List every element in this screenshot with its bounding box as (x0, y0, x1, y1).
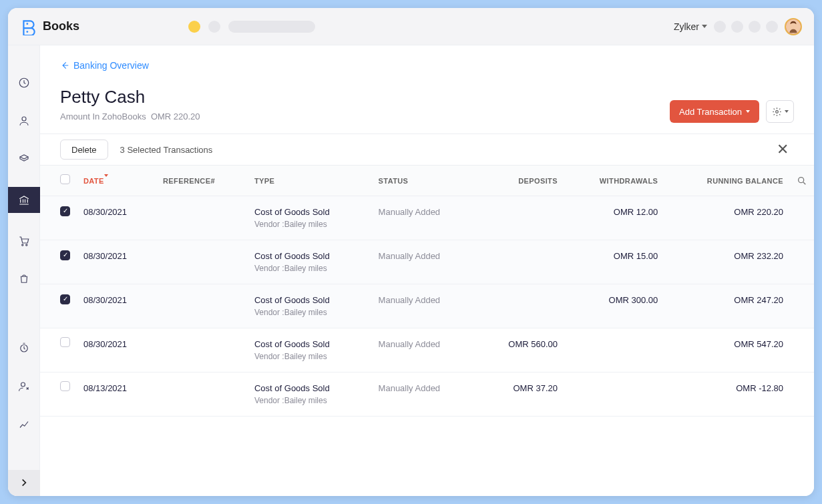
sidebar-item-items[interactable] (8, 149, 40, 170)
logo-icon (20, 18, 37, 35)
sidebar-item-contacts[interactable] (8, 110, 40, 131)
row-checkbox[interactable] (60, 294, 70, 304)
table-row[interactable]: 08/30/2021Cost of Goods SoldVendor :Bail… (40, 196, 814, 240)
col-reference[interactable]: REFERENCE# (156, 166, 248, 196)
gear-icon (772, 107, 782, 117)
add-transaction-button[interactable]: Add Transaction (670, 100, 759, 123)
cell-date: 08/30/2021 (77, 284, 156, 328)
selection-bar: Delete 3 Selected Transactions ✕ (40, 134, 814, 166)
skeleton-dot (188, 21, 200, 33)
col-date[interactable]: DATE (77, 166, 156, 196)
col-balance[interactable]: RUNNING BALANCE (664, 166, 790, 196)
delete-button[interactable]: Delete (60, 140, 108, 160)
cell-status: Manually Added (372, 196, 477, 240)
cell-type: Cost of Goods SoldVendor :Bailey miles (248, 284, 372, 328)
cell-status: Manually Added (372, 372, 477, 417)
cell-status: Manually Added (372, 328, 477, 372)
cell-date: 08/30/2021 (77, 240, 156, 284)
table-row[interactable]: 08/13/2021Cost of Goods SoldVendor :Bail… (40, 372, 814, 417)
cell-balance: OMR -12.80 (664, 372, 790, 417)
org-switcher[interactable]: Zylker (674, 21, 707, 32)
settings-button[interactable] (766, 100, 794, 123)
table-row[interactable]: 08/30/2021Cost of Goods SoldVendor :Bail… (40, 284, 814, 328)
cell-deposits: OMR 560.00 (477, 328, 564, 372)
topbar: Books Zylker (8, 8, 814, 45)
topbar-right: Zylker (674, 18, 802, 35)
topbar-dot[interactable] (731, 21, 743, 33)
col-search[interactable] (790, 166, 814, 196)
col-type[interactable]: TYPE (248, 166, 372, 196)
table-row[interactable]: 08/30/2021Cost of Goods SoldVendor :Bail… (40, 240, 814, 284)
cell-balance: OMR 220.20 (664, 196, 790, 240)
back-link[interactable]: Banking Overview (60, 60, 149, 71)
sidebar-expand-button[interactable] (8, 470, 40, 496)
skeleton-dot (208, 21, 220, 33)
row-checkbox[interactable] (60, 206, 70, 216)
caret-down-icon (785, 110, 789, 113)
cell-type: Cost of Goods SoldVendor :Bailey miles (248, 240, 372, 284)
table-row[interactable]: 08/30/2021Cost of Goods SoldVendor :Bail… (40, 328, 814, 372)
selected-count: 3 Selected Transactions (120, 145, 213, 155)
cell-withdrawals (564, 372, 664, 417)
app-logo[interactable]: Books (20, 18, 79, 35)
org-name: Zylker (674, 21, 699, 32)
cell-type: Cost of Goods SoldVendor :Bailey miles (248, 196, 372, 240)
sort-desc-icon (104, 174, 108, 185)
row-checkbox[interactable] (60, 250, 70, 260)
arrow-left-icon (60, 61, 69, 70)
row-checkbox[interactable] (60, 381, 70, 391)
svg-point-6 (21, 244, 23, 246)
svg-point-9 (21, 383, 25, 387)
page-header: Banking Overview Petty Cash Amount In Zo… (40, 45, 814, 134)
svg-point-10 (775, 110, 778, 113)
topbar-dot[interactable] (766, 21, 778, 33)
sidebar-item-dashboard[interactable] (8, 72, 40, 93)
cell-status: Manually Added (372, 240, 477, 284)
cell-type: Cost of Goods SoldVendor :Bailey miles (248, 372, 372, 417)
caret-down-icon (746, 110, 750, 113)
cell-status: Manually Added (372, 284, 477, 328)
cell-balance: OMR 247.20 (664, 284, 790, 328)
topbar-dot[interactable] (714, 21, 726, 33)
cell-balance: OMR 232.20 (664, 240, 790, 284)
cell-date: 08/30/2021 (77, 328, 156, 372)
svg-point-11 (799, 177, 804, 182)
sidebar-item-time[interactable] (8, 338, 40, 358)
col-withdrawals[interactable]: WITHDRAWALS (564, 166, 664, 196)
app-window: Books Zylker (8, 8, 814, 496)
sidebar-item-accountant[interactable] (8, 376, 40, 397)
cell-withdrawals (564, 328, 664, 372)
cell-reference (156, 196, 248, 240)
sidebar-item-reports[interactable] (8, 414, 40, 435)
skeleton-loaders (188, 21, 315, 33)
svg-point-7 (25, 244, 27, 246)
topbar-dot[interactable] (749, 21, 761, 33)
col-deposits[interactable]: DEPOSITS (477, 166, 564, 196)
cell-withdrawals: OMR 300.00 (564, 284, 664, 328)
cell-withdrawals: OMR 15.00 (564, 240, 664, 284)
cell-balance: OMR 547.20 (664, 328, 790, 372)
cell-deposits (477, 196, 564, 240)
svg-point-1 (26, 31, 28, 33)
col-status[interactable]: STATUS (372, 166, 477, 196)
close-selection-button[interactable]: ✕ (771, 138, 794, 161)
sidebar-item-sales[interactable] (8, 230, 40, 251)
select-all-checkbox[interactable] (60, 174, 70, 184)
cell-reference (156, 372, 248, 417)
skeleton-bar (228, 21, 315, 33)
cell-date: 08/13/2021 (77, 372, 156, 417)
main-content: Banking Overview Petty Cash Amount In Zo… (40, 45, 814, 496)
row-checkbox[interactable] (60, 337, 70, 347)
user-avatar[interactable] (785, 18, 802, 35)
svg-point-5 (22, 117, 26, 121)
search-icon (797, 176, 807, 186)
cell-reference (156, 240, 248, 284)
cell-deposits (477, 240, 564, 284)
sidebar (8, 45, 40, 496)
cell-reference (156, 284, 248, 328)
cell-date: 08/30/2021 (77, 196, 156, 240)
sidebar-item-purchases[interactable] (8, 269, 40, 290)
cell-withdrawals: OMR 12.00 (564, 196, 664, 240)
back-link-label: Banking Overview (73, 60, 149, 71)
sidebar-item-banking[interactable] (8, 187, 40, 213)
